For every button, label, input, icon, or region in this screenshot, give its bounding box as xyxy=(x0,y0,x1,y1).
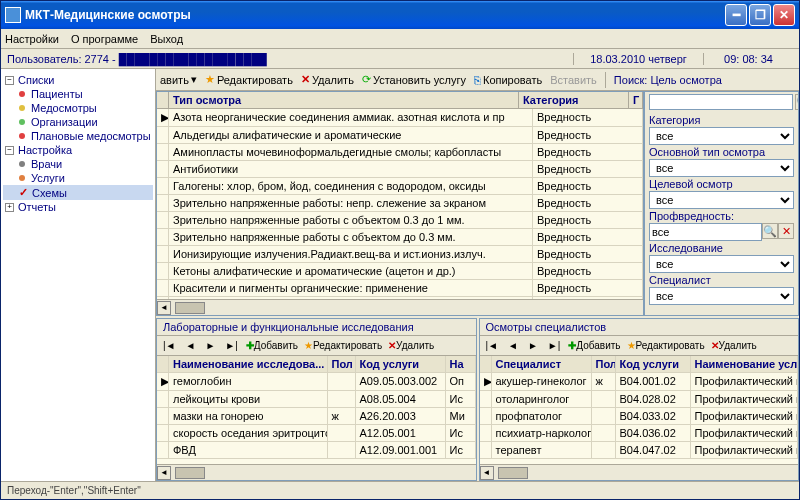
filter-maintype[interactable]: все xyxy=(649,159,794,177)
grid-body[interactable]: ▶Азота неорганические соединения аммиак.… xyxy=(157,109,643,299)
scroll-thumb[interactable] xyxy=(498,467,528,479)
close-button[interactable]: ✕ xyxy=(773,4,795,26)
table-row[interactable]: ▶гемоглобинA09.05.003.002Оп xyxy=(157,373,476,391)
search-go-button[interactable]: 🔍 xyxy=(795,94,799,110)
nav-next-icon[interactable]: ► xyxy=(526,340,540,351)
lab-grid-header: Наименование исследова... Пол Код услуги… xyxy=(157,356,476,373)
nav-first-icon[interactable]: |◄ xyxy=(161,340,178,351)
table-row[interactable]: отоларингологB04.028.02Профилактический … xyxy=(480,391,799,408)
minimize-button[interactable]: ━ xyxy=(725,4,747,26)
statusbar: Переход-"Enter","Shift+Enter" xyxy=(1,481,799,499)
table-row[interactable]: Красители и пигменты органические: приме… xyxy=(157,280,643,297)
scroll-left-icon[interactable]: ◄ xyxy=(157,301,171,315)
expand-icon[interactable]: − xyxy=(5,146,14,155)
nav-first-icon[interactable]: |◄ xyxy=(484,340,501,351)
userbar: Пользователь: 2774 - ███████████████████… xyxy=(1,49,799,69)
col-type-header[interactable]: Тип осмотра xyxy=(169,92,519,108)
main-area: авить ▾ ★Редактировать ✕Удалить ⟳Установ… xyxy=(156,69,799,481)
gear-icon: ⟳ xyxy=(362,73,371,86)
add-button[interactable]: авить ▾ xyxy=(160,73,197,86)
col-cat-header[interactable]: Категория xyxy=(519,92,629,108)
expand-icon[interactable]: + xyxy=(5,203,14,212)
table-row[interactable]: Зрительно напряженные работы: непр. слеж… xyxy=(157,195,643,212)
tree-doctors[interactable]: Врачи xyxy=(3,157,153,171)
filter-research[interactable]: все xyxy=(649,255,794,273)
edit-button[interactable]: ★Редактировать xyxy=(205,73,293,86)
menubar: Настройки О программе Выход xyxy=(1,29,799,49)
filter-research-label: Исследование xyxy=(649,242,794,254)
filter-target[interactable]: все xyxy=(649,191,794,209)
app-window: МКТ-Медицинские осмотры ━ ❐ ✕ Настройки … xyxy=(0,0,800,500)
nav-last-icon[interactable]: ►| xyxy=(546,340,563,351)
tree-schemes[interactable]: ✓Схемы xyxy=(3,185,153,200)
x-icon: ✕ xyxy=(711,340,719,351)
sidebar: −Списки Пациенты Медосмотры Организации … xyxy=(1,69,156,481)
tree-orgs[interactable]: Организации xyxy=(3,115,153,129)
table-row[interactable]: АнтибиотикиВредность xyxy=(157,161,643,178)
lab-edit-button[interactable]: ★Редактировать xyxy=(304,340,382,351)
lab-panel: Лабораторные и функциональные исследован… xyxy=(156,318,477,481)
check-icon: ✓ xyxy=(19,186,28,199)
search-input[interactable] xyxy=(649,94,793,110)
scroll-thumb[interactable] xyxy=(175,467,205,479)
table-row[interactable]: профпатологB04.033.02Профилактический пр xyxy=(480,408,799,425)
prof-clear-button[interactable]: ✕ xyxy=(778,223,794,239)
tree-medexams[interactable]: Медосмотры xyxy=(3,101,153,115)
tree-planned[interactable]: Плановые медосмотры xyxy=(3,129,153,143)
spec-edit-button[interactable]: ★Редактировать xyxy=(627,340,705,351)
table-row[interactable]: скорость оседания эритроцитовA12.05.001И… xyxy=(157,425,476,442)
scroll-left-icon[interactable]: ◄ xyxy=(480,466,494,480)
tree-services[interactable]: Услуги xyxy=(3,171,153,185)
table-row[interactable]: Аминопласты мочевиноформальдегидные смол… xyxy=(157,144,643,161)
nav-last-icon[interactable]: ►| xyxy=(223,340,240,351)
menu-about[interactable]: О программе xyxy=(71,33,138,45)
table-row[interactable]: Кетоны алифатические и ароматические (ац… xyxy=(157,263,643,280)
nav-next-icon[interactable]: ► xyxy=(203,340,217,351)
search-label: Поиск: Цель осмотра xyxy=(614,74,722,86)
tree-patients[interactable]: Пациенты xyxy=(3,87,153,101)
filter-category[interactable]: все xyxy=(649,127,794,145)
scroll-thumb[interactable] xyxy=(175,302,205,314)
table-row[interactable]: Зрительно напряженные работы с объектом … xyxy=(157,212,643,229)
table-row[interactable]: терапевтB04.047.02Профилактический пр xyxy=(480,442,799,459)
col-extra-header: Г xyxy=(629,92,643,108)
setservice-button[interactable]: ⟳Установить услугу xyxy=(362,73,466,86)
spec-hscrollbar[interactable]: ◄ xyxy=(480,464,799,480)
table-row[interactable]: Ионизирующие излучения.Радиакт.вещ-ва и … xyxy=(157,246,643,263)
delete-button[interactable]: ✕Удалить xyxy=(301,73,354,86)
menu-exit[interactable]: Выход xyxy=(150,33,183,45)
nav-prev-icon[interactable]: ◄ xyxy=(184,340,198,351)
table-row[interactable]: ▶акушер-гинекологжB04.001.02Профилактиче… xyxy=(480,373,799,391)
table-row[interactable]: Альдегиды алифатические и ароматическиеВ… xyxy=(157,127,643,144)
filter-maintype-label: Основной тип осмотра xyxy=(649,146,794,158)
filter-panel: 🔍 ✕ Категория все Основной тип осмотра в… xyxy=(644,91,799,316)
table-row[interactable]: лейкоциты кровиA08.05.004Ис xyxy=(157,391,476,408)
filter-prof[interactable] xyxy=(649,223,762,241)
table-row[interactable]: Зрительно напряженные работы с объектом … xyxy=(157,229,643,246)
table-row[interactable]: психиатр-наркологB04.036.02Профилактичес… xyxy=(480,425,799,442)
spec-grid[interactable]: Специалист Пол Код услуги Наименование у… xyxy=(480,356,799,464)
lab-hscrollbar[interactable]: ◄ xyxy=(157,464,476,480)
prof-search-button[interactable]: 🔍 xyxy=(762,223,778,239)
table-row[interactable]: мазки на гонореюжA26.20.003Ми xyxy=(157,408,476,425)
tree-reports[interactable]: +Отчеты xyxy=(3,200,153,214)
spec-delete-button[interactable]: ✕Удалить xyxy=(711,340,757,351)
spec-add-button[interactable]: ✚Добавить xyxy=(568,340,620,351)
copy-button[interactable]: ⎘Копировать xyxy=(474,74,542,86)
lab-add-button[interactable]: ✚Добавить xyxy=(246,340,298,351)
maximize-button[interactable]: ❐ xyxy=(749,4,771,26)
table-row[interactable]: ▶Азота неорганические соединения аммиак.… xyxy=(157,109,643,127)
menu-settings[interactable]: Настройки xyxy=(5,33,59,45)
table-row[interactable]: Галогены: хлор, бром, йод, соединения с … xyxy=(157,178,643,195)
spec-grid-header: Специалист Пол Код услуги Наименование у… xyxy=(480,356,799,373)
nav-prev-icon[interactable]: ◄ xyxy=(506,340,520,351)
lab-delete-button[interactable]: ✕Удалить xyxy=(388,340,434,351)
filter-specialist[interactable]: все xyxy=(649,287,794,305)
expand-icon[interactable]: − xyxy=(5,76,14,85)
lab-grid[interactable]: Наименование исследова... Пол Код услуги… xyxy=(157,356,476,464)
table-row[interactable]: ФВДA12.09.001.001Ис xyxy=(157,442,476,459)
tree-lists[interactable]: −Списки xyxy=(3,73,153,87)
scroll-left-icon[interactable]: ◄ xyxy=(157,466,171,480)
tree-setup[interactable]: −Настройка xyxy=(3,143,153,157)
hscrollbar[interactable]: ◄ xyxy=(157,299,643,315)
